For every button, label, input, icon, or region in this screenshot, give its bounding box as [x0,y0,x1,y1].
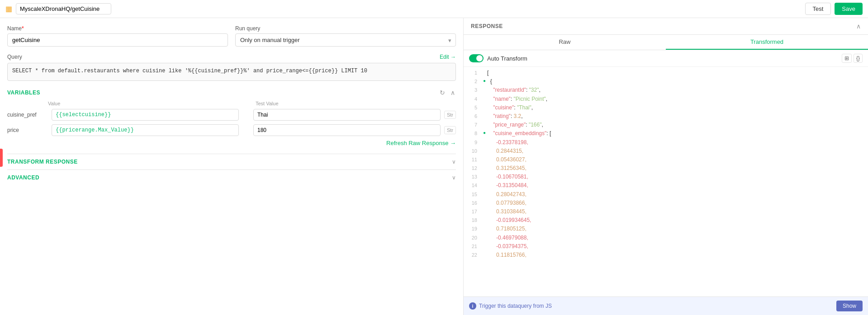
code-line: 16 0.07793866, [464,199,868,207]
bottom-info-text: Trigger this dataquery from JS [479,303,552,309]
show-button[interactable]: Show [836,301,863,311]
variable-row: cuisine_pref Str [7,109,456,121]
code-line: 2● { [464,77,868,86]
code-line: 14 -0.31350484, [464,181,868,190]
code-line: 20 -0.46979088, [464,234,868,242]
logo-icon: ▦ [5,5,12,13]
code-line: 10 0.2844315, [464,147,868,155]
code-line: 19 0.71805125, [464,225,868,233]
response-tabs: Raw Transformed [464,35,868,50]
run-query-label: Run query [235,25,456,32]
code-line: 6 "rating": 3.2, [464,112,868,121]
transform-chevron-icon: ∨ [452,159,456,165]
query-label: Query [7,54,22,60]
name-input[interactable] [7,33,228,47]
var-test-0[interactable] [253,109,441,121]
tab-transformed[interactable]: Transformed [666,35,868,50]
code-line: 13 -0.10670581, [464,173,868,181]
code-line: 5 "cuisine": "Thai", [464,103,868,112]
red-side-tab [0,149,3,167]
info-icon: i [469,302,476,310]
code-line: 22 0.11815766, [464,251,868,259]
code-line: 15 0.28042743, [464,190,868,199]
col-header-test: Test Value [256,101,456,106]
code-line: 7 "price_range": "166", [464,121,868,129]
left-panel: Name* Run query Only on manual trigger [0,18,464,315]
name-required: * [22,25,24,32]
code-line: 3 "restaurantId": "32", [464,86,868,94]
run-query-select[interactable]: Only on manual trigger [235,33,456,47]
code-line: 8● "cuisine_embeddings": [ [464,129,868,138]
bottom-bar: i Trigger this dataquery from JS Show [464,296,868,315]
variable-row: price Str [7,124,456,136]
code-line: 1[ [464,69,868,77]
right-panel: RESPONSE ∧ Raw Transformed Auto Transfor… [464,18,868,315]
var-type-0: Str [444,111,456,119]
code-line: 21 -0.03794375, [464,242,868,251]
var-value-1[interactable] [52,124,239,136]
variables-title: VARIABLES [7,89,40,96]
save-button[interactable]: Save [835,3,863,15]
code-line: 4 "name": "Picnic Point", [464,95,868,103]
collapse-variables-btn[interactable]: ∧ [450,88,456,97]
table-view-btn[interactable]: ⊞ [842,54,852,63]
transform-response-title: TRANSFORM RESPONSE [7,159,78,165]
advanced-chevron-icon: ∨ [452,174,456,181]
var-name-1: price [7,127,48,133]
top-bar: ▦ MyscaleXDronaHQ/getCuisine Test Save [0,0,868,18]
code-line: 18 -0.019934645, [464,216,868,225]
transform-response-header[interactable]: TRANSFORM RESPONSE ∨ [7,159,456,165]
var-value-0[interactable] [52,109,239,121]
code-line: 9 -0.23378198, [464,138,868,147]
code-area: 1[2● {3 "restaurantId": "32",4 "name": "… [464,67,868,296]
advanced-header[interactable]: ADVANCED ∨ [7,174,456,181]
refresh-icon-btn[interactable]: ↻ [439,88,446,97]
auto-transform-label: Auto Transform [487,55,527,62]
test-button[interactable]: Test [805,3,831,15]
advanced-title: ADVANCED [7,174,39,181]
col-header-value: Value [48,101,248,106]
var-test-1[interactable] [253,124,441,136]
refresh-raw-link[interactable]: Refresh Raw Response → [386,140,456,146]
json-view-btn[interactable]: {} [854,54,863,63]
code-line: 11 0.05436027, [464,155,868,164]
response-title: RESPONSE [471,23,503,29]
collapse-response-btn[interactable]: ∧ [856,23,861,30]
query-box: SELECT * from default.restaurants where … [7,63,456,81]
tab-raw[interactable]: Raw [464,35,666,50]
datasource-select[interactable]: MyscaleXDronaHQ/getCuisine [16,3,111,14]
auto-transform-toggle[interactable] [469,54,484,62]
code-line: 12 0.31256345, [464,164,868,173]
code-line: 17 0.31038445, [464,207,868,216]
edit-link[interactable]: Edit → [440,54,456,60]
name-label: Name* [7,25,228,32]
var-name-0: cuisine_pref [7,112,48,118]
var-type-1: Str [444,126,456,134]
